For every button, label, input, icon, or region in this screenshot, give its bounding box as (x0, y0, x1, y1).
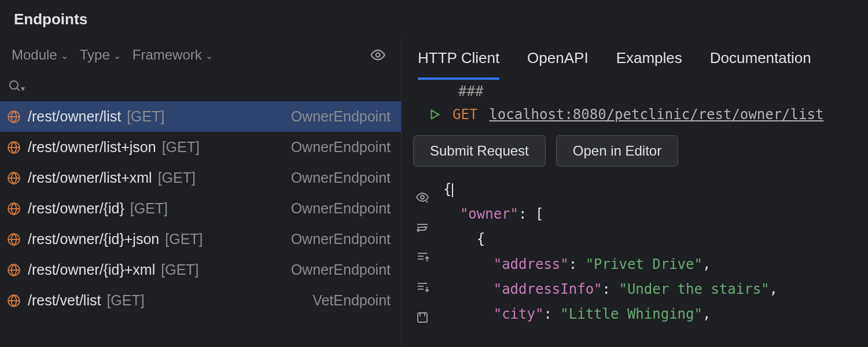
svg-rect-22 (418, 313, 427, 322)
request-method: GET (453, 106, 477, 123)
endpoint-path: /rest/owner/{id}+xml (28, 261, 155, 278)
endpoint-path: /rest/vet/list (28, 292, 101, 309)
request-separator: ### (402, 80, 868, 103)
json-key: "city" (494, 306, 544, 322)
endpoint-method: [GET] (161, 261, 198, 278)
json-key: "address" (494, 256, 569, 272)
endpoint-path: /rest/owner/list+json (28, 139, 156, 156)
endpoint-class: VetEndpoint (312, 292, 391, 309)
svg-marker-10 (432, 110, 439, 119)
json-value: "Little Whinging" (560, 306, 703, 322)
submit-request-button[interactable]: Submit Request (413, 135, 546, 167)
svg-point-0 (376, 53, 380, 57)
endpoint-method: [GET] (130, 200, 168, 217)
response-body[interactable]: { "owner": [ { "address": "Privet Drive"… (443, 176, 868, 347)
endpoint-row[interactable]: /rest/owner/list [GET]OwnerEndpoint (0, 101, 401, 132)
filter-module-label: Module (12, 47, 57, 63)
filter-type[interactable]: Type ⌄ (80, 47, 121, 63)
globe-icon (6, 293, 22, 309)
json-key: "owner" (460, 206, 518, 222)
globe-icon (6, 109, 22, 125)
svg-point-1 (10, 81, 18, 89)
response-section: { "owner": [ { "address": "Privet Drive"… (402, 176, 868, 347)
request-section: ### GET localhost:8080/petclinic/rest/ow… (402, 80, 868, 126)
endpoint-method: [GET] (127, 108, 164, 125)
open-in-editor-button[interactable]: Open in Editor (556, 135, 678, 167)
panel-title: Endpoints (0, 0, 868, 40)
tab-openapi[interactable]: OpenAPI (527, 49, 589, 80)
filter-type-label: Type (80, 47, 110, 63)
tab-http-client[interactable]: HTTP Client (418, 49, 499, 80)
save-icon[interactable] (415, 310, 430, 325)
endpoint-class: OwnerEndpoint (291, 108, 391, 125)
endpoint-class: OwnerEndpoint (291, 231, 391, 248)
filter-framework[interactable]: Framework ⌄ (133, 47, 213, 63)
endpoint-row[interactable]: /rest/owner/{id} [GET]OwnerEndpoint (0, 193, 401, 224)
tab-documentation[interactable]: Documentation (710, 49, 811, 80)
globe-icon (6, 262, 22, 278)
json-value: "Privet Drive" (586, 256, 703, 272)
endpoint-method: [GET] (165, 231, 203, 248)
filter-framework-label: Framework (133, 47, 202, 63)
endpoint-path: /rest/owner/list+xml (28, 169, 152, 186)
json-value: "Under the stairs" (619, 281, 769, 297)
scroll-bottom-icon[interactable] (415, 280, 430, 295)
run-icon[interactable] (428, 108, 441, 121)
chevron-down-icon: ⌄ (113, 50, 121, 61)
tabs: HTTP Client OpenAPI Examples Documentati… (402, 40, 868, 80)
svg-line-2 (17, 88, 20, 91)
filter-bar: Module ⌄ Type ⌄ Framework ⌄ (0, 40, 401, 71)
globe-icon (6, 231, 22, 248)
globe-icon (6, 139, 22, 156)
endpoint-method: [GET] (162, 139, 200, 156)
tab-examples[interactable]: Examples (616, 49, 682, 80)
endpoint-row[interactable]: /rest/vet/list [GET]VetEndpoint (0, 285, 401, 316)
endpoint-class: OwnerEndpoint (291, 169, 391, 186)
search-icon: ▾ (8, 79, 25, 93)
endpoint-class: OwnerEndpoint (291, 200, 391, 217)
endpoint-row[interactable]: /rest/owner/{id}+json [GET]OwnerEndpoint (0, 224, 401, 254)
visibility-icon[interactable] (370, 47, 386, 63)
preview-icon[interactable] (415, 190, 430, 205)
request-line: GET localhost:8080/petclinic/rest/owner/… (402, 103, 868, 126)
svg-point-11 (421, 195, 424, 199)
endpoint-class: OwnerEndpoint (291, 261, 391, 278)
search-bar[interactable]: ▾ (0, 71, 401, 101)
action-buttons: Submit Request Open in Editor (402, 126, 868, 176)
endpoint-class: OwnerEndpoint (291, 139, 391, 156)
endpoint-list: /rest/owner/list [GET]OwnerEndpoint/rest… (0, 101, 401, 347)
endpoint-path: /rest/owner/list (28, 108, 121, 125)
chevron-down-icon: ⌄ (61, 50, 68, 61)
endpoint-method: [GET] (158, 169, 196, 186)
endpoint-path: /rest/owner/{id} (28, 200, 124, 217)
endpoint-path: /rest/owner/{id}+json (28, 231, 159, 248)
request-url[interactable]: localhost:8080/petclinic/rest/owner/list (489, 106, 823, 123)
chevron-down-icon: ⌄ (205, 50, 213, 61)
endpoints-panel: Module ⌄ Type ⌄ Framework ⌄ ▾ /rest/owne… (0, 40, 402, 347)
gutter-icons (402, 176, 443, 347)
endpoint-row[interactable]: /rest/owner/{id}+xml [GET]OwnerEndpoint (0, 254, 401, 285)
endpoint-row[interactable]: /rest/owner/list+xml [GET]OwnerEndpoint (0, 163, 401, 193)
filter-module[interactable]: Module ⌄ (12, 47, 68, 63)
globe-icon (6, 170, 22, 186)
details-panel: HTTP Client OpenAPI Examples Documentati… (402, 40, 868, 347)
endpoint-row[interactable]: /rest/owner/list+json [GET]OwnerEndpoint (0, 132, 401, 163)
soft-wrap-icon[interactable] (415, 220, 430, 235)
globe-icon (6, 201, 22, 217)
scroll-top-icon[interactable] (415, 250, 430, 265)
json-key: "addressInfo" (494, 281, 602, 297)
endpoint-method: [GET] (106, 292, 144, 309)
